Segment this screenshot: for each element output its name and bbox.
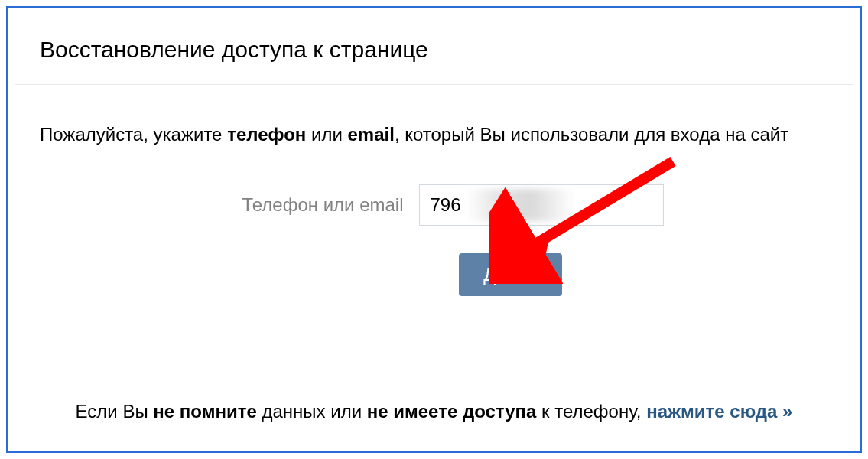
outer-frame: Восстановление доступа к странице Пожалу…: [6, 6, 862, 453]
instruction-bold-phone: телефон: [227, 124, 306, 145]
phone-email-input[interactable]: [419, 184, 664, 226]
panel-body: Пожалуйста, укажите телефон или email, к…: [15, 85, 853, 379]
footer-mid1: данных или: [257, 401, 367, 422]
button-row: Далее: [40, 253, 828, 296]
footer-prefix: Если Вы: [76, 401, 154, 422]
input-label: Телефон или email: [205, 194, 404, 216]
instruction-suffix: , который Вы использовали для входа на с…: [395, 124, 788, 145]
input-wrapper: [419, 184, 664, 226]
instruction-bold-email: email: [348, 124, 395, 145]
footer-text: Если Вы не помните данных или не имеете …: [40, 401, 828, 422]
footer-bold2: не имеете доступа: [367, 401, 537, 422]
recovery-panel: Восстановление доступа к странице Пожалу…: [15, 15, 853, 444]
panel-footer: Если Вы не помните данных или не имеете …: [15, 379, 853, 444]
instruction-mid: или: [306, 124, 347, 145]
footer-mid2: к телефону,: [536, 401, 646, 422]
panel-header: Восстановление доступа к странице: [15, 15, 853, 85]
instruction-text: Пожалуйста, укажите телефон или email, к…: [40, 122, 828, 148]
page-title: Восстановление доступа к странице: [40, 37, 828, 63]
alternate-recovery-link[interactable]: нажмите сюда »: [646, 401, 792, 422]
footer-bold1: не помните: [153, 401, 256, 422]
form-row: Телефон или email: [40, 184, 828, 226]
next-button[interactable]: Далее: [459, 253, 561, 296]
instruction-prefix: Пожалуйста, укажите: [40, 124, 227, 145]
